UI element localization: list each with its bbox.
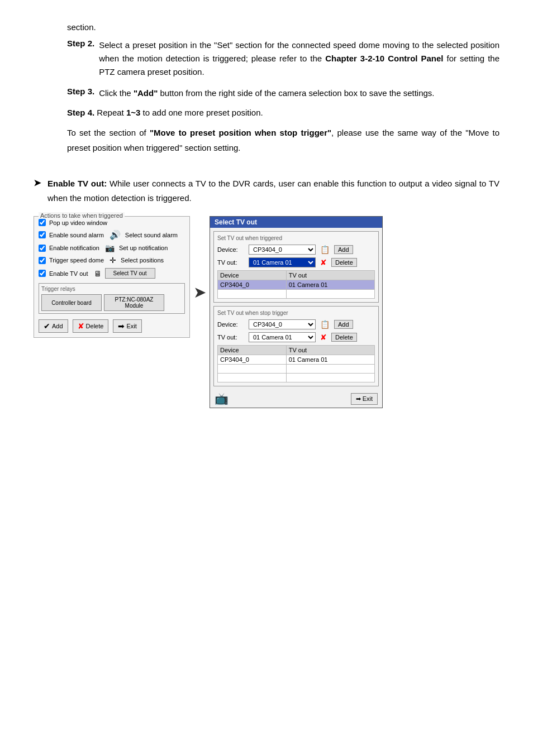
arrow-icon: ➤ xyxy=(193,283,206,302)
notification-label: Enable notification xyxy=(49,245,99,251)
bullet-label: Enable TV out: xyxy=(47,179,107,188)
trigger-relays-title: Trigger relays xyxy=(41,286,182,292)
trigger-relays: Trigger relays Controller board PTZ:NC-0… xyxy=(39,283,185,314)
step3-add: "Add" xyxy=(134,88,158,98)
tvout-label: Enable TV out xyxy=(49,270,88,277)
triggered-tvout-delete-icon: ✘ xyxy=(320,258,327,267)
stop-table: Device TV out CP3404_0 01 Camera 01 xyxy=(217,345,375,382)
table-row xyxy=(218,365,375,374)
speed-dome-checkbox[interactable] xyxy=(39,257,46,264)
triggered-delete-button[interactable]: Delete xyxy=(331,258,357,267)
stop-tvout-delete-icon: ✘ xyxy=(320,333,327,342)
bullet-arrow-icon: ➤ xyxy=(34,178,41,188)
intro-line: section. xyxy=(67,22,96,32)
notification-checkbox[interactable] xyxy=(39,245,46,252)
stop-tvout-row: TV out: 01 Camera 01 ✘ Delete xyxy=(217,332,375,342)
triggered-table: Device TV out CP3404_0 01 Camera 01 xyxy=(217,270,375,299)
tvout-triggered-section: Set TV out when triggered Device: CP3404… xyxy=(213,231,379,303)
delete-label: Delete xyxy=(86,323,104,329)
exit-label-right: Exit xyxy=(363,395,373,402)
bullet-block: ➤ Enable TV out: While user connects a T… xyxy=(34,176,499,205)
stop-tvout-label: TV out: xyxy=(217,334,246,341)
step2-label: Step 2. xyxy=(67,39,94,48)
exit-label-left: Exit xyxy=(126,323,136,329)
exit-icon-left: ➡ xyxy=(118,322,125,331)
table-row: CP3404_0 01 Camera 01 xyxy=(218,280,375,290)
exit-button-right[interactable]: ➡ Exit xyxy=(351,393,378,405)
action-row-popup: Pop up video window xyxy=(39,219,185,226)
stop-row-device: CP3404_0 xyxy=(218,355,287,365)
tv-icon: 📺 xyxy=(215,392,229,405)
triggered-row-device: CP3404_0 xyxy=(218,280,287,290)
tvout-icon: 🖥 xyxy=(94,269,102,278)
sound-label: Enable sound alarm xyxy=(49,232,104,238)
select-tvout-button[interactable]: Select TV out xyxy=(105,268,155,279)
stop-delete-button[interactable]: Delete xyxy=(331,333,357,342)
table-row: CP3404_0 01 Camera 01 xyxy=(218,355,375,365)
arrow-area: ➤ xyxy=(190,283,210,302)
popup-label: Pop up video window xyxy=(49,219,107,226)
step2-ref: Chapter 3-2-10 Control Panel xyxy=(325,54,443,63)
triggered-device-copy-icon: 📋 xyxy=(320,245,330,254)
right-panel: Select TV out Set TV out when triggered … xyxy=(210,216,383,408)
speed-dome-btn-label: Select positions xyxy=(121,257,164,264)
ptz-module-button[interactable]: PTZ:NC-080AZ Module xyxy=(104,294,164,311)
table-row xyxy=(218,290,375,299)
triggered-device-select[interactable]: CP3404_0 xyxy=(249,245,316,255)
popup-checkbox[interactable] xyxy=(39,219,46,226)
notification-btn-label: Set up notification xyxy=(119,245,168,251)
action-row-notification: Enable notification 📷 Set up notificatio… xyxy=(39,243,185,252)
right-panel-title: Select TV out xyxy=(210,217,382,228)
triggered-device-row: Device: CP3404_0 📋 Add xyxy=(217,245,375,255)
relay-buttons: Controller board PTZ:NC-080AZ Module xyxy=(41,294,182,311)
action-row-tvout: Enable TV out 🖥 Select TV out xyxy=(39,268,185,279)
add-icon: ✔ xyxy=(44,322,50,331)
step3-block: Step 3. Click the "Add" button from the … xyxy=(67,87,499,100)
stop-device-label: Device: xyxy=(217,321,246,328)
step4-label: Step 4. xyxy=(67,108,94,117)
stop-device-copy-icon: 📋 xyxy=(320,320,330,329)
stop-add-button[interactable]: Add xyxy=(334,320,353,329)
diagram-area: Actions to take when triggered Pop up vi… xyxy=(34,216,499,408)
left-panel-title: Actions to take when triggered xyxy=(39,212,125,219)
step3-label: Step 3. xyxy=(67,87,94,96)
triggered-tvout-select[interactable]: 01 Camera 01 xyxy=(249,257,316,267)
add-button[interactable]: ✔ Add xyxy=(39,319,68,333)
triggered-row-tvout: 01 Camera 01 xyxy=(286,280,374,290)
stop-table-header-tvout: TV out xyxy=(286,346,374,355)
step2-block: Step 2. Select a preset position in the … xyxy=(67,39,499,79)
delete-icon: ✘ xyxy=(78,322,84,331)
tvout-checkbox[interactable] xyxy=(39,270,46,277)
step3-text: Click the "Add" button from the right si… xyxy=(99,87,434,100)
table-row xyxy=(218,374,375,382)
page-content: section. Step 2. Select a preset positio… xyxy=(34,22,499,408)
stop-device-row: Device: CP3404_0 📋 Add xyxy=(217,319,375,329)
stop-tvout-select[interactable]: 01 Camera 01 xyxy=(249,332,316,342)
sound-icon: 🔊 xyxy=(110,229,121,240)
exit-button-left[interactable]: ➡ Exit xyxy=(113,319,141,333)
notification-icon: 📷 xyxy=(105,243,115,252)
triggered-device-label: Device: xyxy=(217,246,246,253)
para1-bold: "Move to preset position when stop trigg… xyxy=(150,128,331,137)
step4-text: Repeat 1~3 to add one more preset positi… xyxy=(97,108,263,117)
speed-dome-icon: ✛ xyxy=(110,256,116,265)
speed-dome-label: Trigger speed dome xyxy=(49,257,104,264)
delete-button[interactable]: ✘ Delete xyxy=(73,319,109,333)
left-panel: Actions to take when triggered Pop up vi… xyxy=(34,216,190,338)
tvout-stop-section: Set TV out when stop trigger Device: CP3… xyxy=(213,306,379,386)
stop-device-select[interactable]: CP3404_0 xyxy=(249,319,316,329)
triggered-table-header-device: Device xyxy=(218,271,287,280)
para1-block: To set the section of "Move to preset po… xyxy=(67,125,499,155)
tvout-stop-title: Set TV out when stop trigger xyxy=(217,310,375,316)
stop-row-tvout: 01 Camera 01 xyxy=(286,355,374,365)
step4-block: Step 4. Repeat 1~3 to add one more prese… xyxy=(67,108,499,117)
sound-checkbox[interactable] xyxy=(39,231,46,238)
controller-board-button[interactable]: Controller board xyxy=(41,294,102,311)
action-row-speed-dome: Trigger speed dome ✛ Select positions xyxy=(39,256,185,265)
action-row-sound: Enable sound alarm 🔊 Select sound alarm xyxy=(39,229,185,240)
triggered-add-button[interactable]: Add xyxy=(334,245,353,254)
triggered-tvout-row: TV out: 01 Camera 01 ✘ Delete xyxy=(217,257,375,267)
bullet-text: While user connects a TV to the DVR card… xyxy=(47,179,499,203)
bullet-content: Enable TV out: While user connects a TV … xyxy=(47,176,499,205)
stop-table-header-device: Device xyxy=(218,346,287,355)
